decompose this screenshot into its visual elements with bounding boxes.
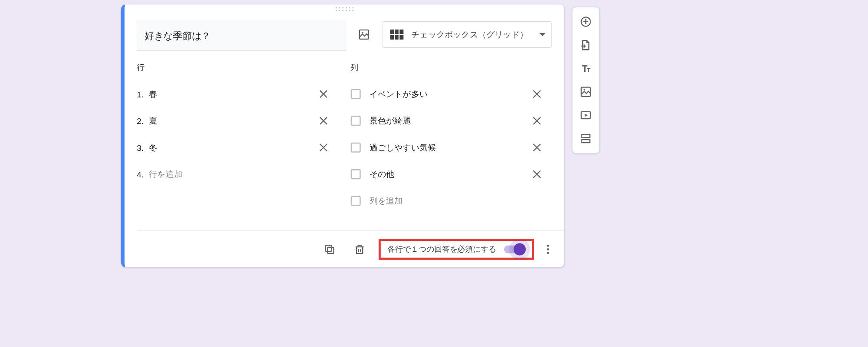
svg-rect-2: [327, 247, 333, 254]
remove-row-button[interactable]: [317, 88, 333, 100]
rows-column: 行 1. 春 2. 夏 3. 冬: [137, 63, 334, 214]
column-text[interactable]: 景色が綺麗: [370, 116, 531, 126]
required-label: 各行で１つの回答を必須にする: [387, 244, 496, 254]
add-column[interactable]: 列を追加: [350, 187, 548, 214]
row-number: 1.: [137, 89, 149, 99]
add-row[interactable]: 4. 行を追加: [137, 161, 334, 187]
remove-column-button[interactable]: [531, 168, 547, 180]
rows-header: 行: [137, 63, 334, 73]
row-item[interactable]: 1. 春: [137, 81, 334, 107]
side-toolbar: [572, 7, 600, 153]
remove-row-button[interactable]: [317, 115, 333, 127]
drag-handle[interactable]: [335, 7, 353, 11]
delete-button[interactable]: [349, 238, 371, 260]
svg-rect-3: [326, 245, 332, 251]
row-number: 3.: [137, 143, 149, 152]
svg-point-6: [547, 252, 549, 254]
import-questions-button[interactable]: [575, 35, 597, 55]
question-type-select[interactable]: チェックボックス（グリッド）: [382, 21, 552, 48]
checkbox-icon: [350, 116, 360, 126]
svg-rect-11: [582, 134, 590, 137]
add-section-button[interactable]: [575, 129, 597, 149]
row-item[interactable]: 3. 冬: [137, 134, 334, 160]
remove-row-button[interactable]: [317, 141, 333, 153]
dropdown-caret-icon: [539, 33, 546, 37]
more-options-button[interactable]: [542, 243, 554, 255]
question-card: チェックボックス（グリッド） 行 1. 春 2. 夏: [121, 4, 564, 267]
remove-column-button[interactable]: [531, 141, 547, 153]
add-question-button[interactable]: [575, 12, 597, 32]
add-image-button[interactable]: [357, 28, 371, 41]
question-type-label: チェックボックス（グリッド）: [411, 29, 531, 40]
checkbox-icon: [350, 196, 360, 206]
column-item[interactable]: イベントが多い: [350, 81, 548, 107]
row-text[interactable]: 春: [149, 89, 317, 99]
question-footer: 各行で１つの回答を必須にする: [138, 230, 564, 260]
column-text[interactable]: イベントが多い: [370, 89, 531, 99]
columns-column: 列 イベントが多い 景色が綺麗 過ごしやす: [350, 63, 548, 214]
svg-point-1: [362, 32, 363, 33]
row-item[interactable]: 2. 夏: [137, 107, 334, 134]
column-text[interactable]: その他: [370, 169, 531, 179]
row-number: 2.: [137, 116, 149, 126]
checkbox-icon: [350, 143, 360, 153]
duplicate-button[interactable]: [318, 238, 340, 260]
add-column-placeholder[interactable]: 列を追加: [370, 196, 548, 206]
remove-column-button[interactable]: [531, 115, 547, 127]
question-title-input[interactable]: [137, 20, 347, 50]
checkbox-grid-icon: [390, 30, 404, 40]
add-video-button[interactable]: [575, 105, 597, 125]
add-row-placeholder[interactable]: 行を追加: [149, 169, 334, 179]
row-text[interactable]: 夏: [149, 116, 317, 126]
row-text[interactable]: 冬: [149, 142, 317, 153]
checkbox-icon: [350, 169, 360, 179]
required-highlight: 各行で１つの回答を必須にする: [379, 239, 534, 260]
add-image-toolbar-button[interactable]: [575, 82, 597, 102]
required-toggle[interactable]: [504, 245, 524, 253]
svg-point-4: [547, 245, 549, 247]
column-item[interactable]: その他: [350, 161, 548, 187]
svg-point-9: [584, 89, 585, 91]
add-title-button[interactable]: [575, 58, 597, 78]
remove-column-button[interactable]: [531, 88, 547, 100]
svg-point-5: [547, 248, 549, 250]
column-text[interactable]: 過ごしやすい気候: [370, 142, 531, 153]
svg-rect-12: [582, 140, 590, 143]
column-item[interactable]: 景色が綺麗: [350, 107, 548, 134]
column-item[interactable]: 過ごしやすい気候: [350, 134, 548, 160]
columns-header: 列: [350, 63, 548, 73]
checkbox-icon: [350, 89, 360, 99]
row-number: 4.: [137, 170, 149, 179]
